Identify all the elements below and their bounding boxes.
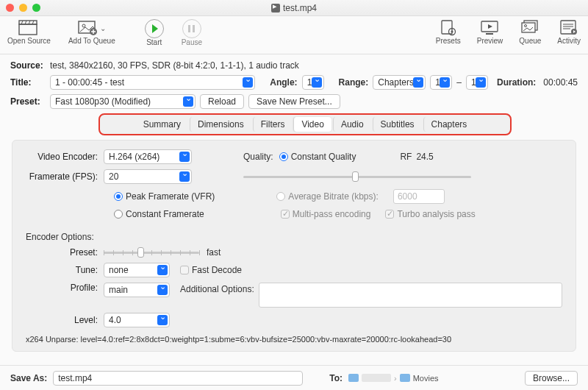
svg-point-7 (82, 24, 85, 27)
svg-rect-0 (19, 24, 37, 35)
svg-rect-15 (486, 33, 493, 35)
window-title: test.mp4 (0, 3, 588, 13)
avg-bitrate-field: 6000 (393, 189, 445, 204)
svg-line-4 (29, 21, 30, 24)
reload-button[interactable]: Reload (200, 94, 244, 109)
svg-line-2 (21, 21, 23, 24)
svg-line-3 (25, 21, 26, 24)
title-bar: test.mp4 (0, 0, 588, 16)
play-icon (145, 19, 164, 38)
open-source-button[interactable]: Open Source (7, 19, 51, 45)
tab-chapters[interactable]: Chapters (423, 117, 475, 132)
constant-quality-radio[interactable] (279, 152, 288, 161)
tabs-highlight: Summary Dimensions Filters Video Audio S… (98, 113, 512, 135)
tab-audio[interactable]: Audio (333, 117, 371, 132)
average-bitrate-radio[interactable] (276, 192, 285, 201)
tune-select[interactable]: none (104, 263, 170, 277)
turbo-pass-check (385, 210, 394, 219)
add-to-queue-button[interactable]: ⌄ Add To Queue (68, 19, 115, 45)
video-encoder-select[interactable]: H.264 (x264) (104, 149, 192, 164)
file-icon (271, 4, 280, 13)
svg-point-13 (451, 31, 453, 33)
pause-icon (182, 19, 201, 38)
range-from-select[interactable]: 1 (430, 75, 452, 90)
presets-button[interactable]: Presets (436, 19, 461, 45)
pause-button: Pause (182, 19, 202, 46)
rf-slider[interactable] (243, 171, 471, 182)
multi-pass-check (281, 210, 290, 219)
monitor-play-icon (480, 19, 501, 37)
tab-summary[interactable]: Summary (136, 117, 188, 132)
fast-decode-check[interactable] (180, 266, 189, 274)
encoder-preset-value: fast (207, 247, 220, 258)
tab-subtitles[interactable]: Subtitles (373, 117, 422, 132)
range-mode-select[interactable]: Chapters (373, 75, 426, 90)
profile-select[interactable]: main (104, 283, 170, 297)
svg-line-5 (32, 21, 34, 24)
encoder-preset-slider[interactable] (104, 247, 199, 258)
tab-dimensions[interactable]: Dimensions (190, 117, 251, 132)
level-select[interactable]: 4.0 (104, 313, 170, 327)
duration-value: 00:00:45 (543, 77, 578, 88)
video-panel: Video Encoder: H.264 (x264) Quality: Con… (12, 140, 576, 352)
bottom-bar: Save As: test.mp4 To: › Movies Browse... (0, 365, 588, 390)
source-row: Source: test, 3840x2160, 30 FPS, SDR (8-… (10, 60, 578, 71)
photo-plus-icon (78, 19, 98, 37)
browse-button[interactable]: Browse... (525, 371, 578, 386)
queue-button[interactable]: Queue (519, 19, 541, 45)
document-gear-icon (438, 19, 459, 37)
clapperboard-icon (18, 19, 39, 37)
title-select[interactable]: 1 - 00:00:45 - test (50, 75, 255, 90)
toolbar: Open Source ⌄ Add To Queue Start Pause P… (0, 16, 588, 54)
peak-framerate-radio[interactable] (114, 192, 123, 201)
window-title-text: test.mp4 (283, 3, 317, 13)
folder-icon (348, 374, 359, 382)
activity-log-icon (559, 19, 579, 37)
additional-options-field[interactable] (259, 283, 562, 308)
svg-marker-16 (488, 24, 492, 29)
svg-rect-11 (442, 21, 452, 34)
preview-button[interactable]: Preview (477, 19, 503, 45)
activity-button[interactable]: Activity (557, 19, 581, 45)
rf-value: 24.5 (416, 152, 433, 162)
preset-select[interactable]: Fast 1080p30 (Modified) (50, 94, 196, 109)
angle-select[interactable]: 1 (302, 75, 324, 90)
constant-framerate-radio[interactable] (114, 210, 123, 219)
chevron-down-icon[interactable]: ⌄ (100, 24, 106, 32)
tab-filters[interactable]: Filters (253, 117, 293, 132)
framerate-select[interactable]: 20 (104, 169, 192, 184)
save-new-preset-button[interactable]: Save New Preset... (248, 94, 340, 109)
destination-path[interactable]: › Movies (348, 374, 439, 383)
folder-icon (400, 374, 410, 382)
save-as-field[interactable]: test.mp4 (53, 371, 303, 386)
x264-unparse: x264 Unparse: level=4.0:ref=2:8x8dct=0:w… (26, 335, 562, 344)
photos-stack-icon (520, 19, 540, 37)
source-info: test, 3840x2160, 30 FPS, SDR (8-bit 4:2:… (50, 60, 299, 71)
range-to-select[interactable]: 1 (466, 75, 488, 90)
tab-video[interactable]: Video (293, 117, 331, 132)
start-button[interactable]: Start (145, 19, 164, 46)
